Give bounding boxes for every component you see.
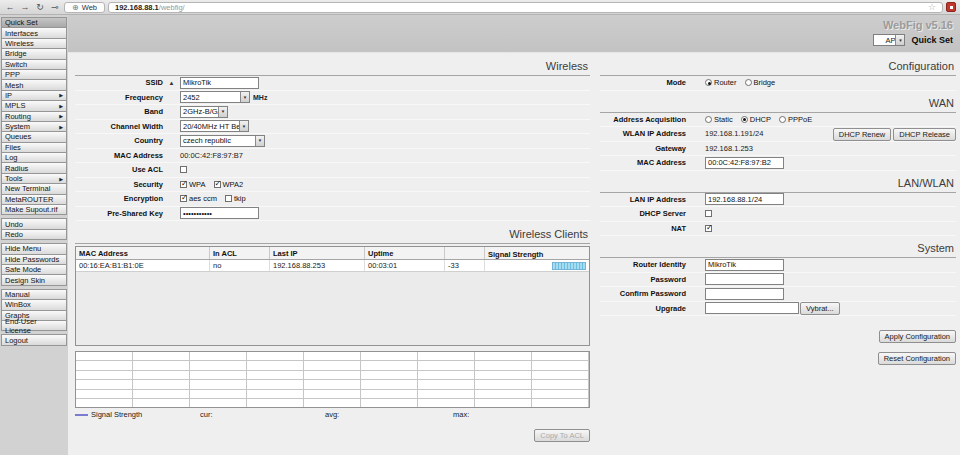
extension-icon[interactable] <box>946 2 956 12</box>
legend-cur-label: cur: <box>200 410 213 419</box>
main-area: WebFig v5.16 AP ▼ Quick Set Wireless SSI… <box>68 15 960 455</box>
dhcp-server-row: DHCP Server <box>600 207 956 222</box>
collapse-arrow-icon[interactable]: ▲ <box>169 80 175 86</box>
aes-ccm-checkbox[interactable] <box>180 195 187 202</box>
key-icon[interactable]: ⊸ <box>49 1 61 13</box>
field-label: Security <box>75 180 163 189</box>
wireless-panel: Wireless SSID ▲ Frequency 2452 ▼ MHz <box>75 59 590 442</box>
submenu-arrow-icon: ▶ <box>59 103 63 109</box>
table-header-row: MAC Address In ACL Last IP Uptime Signal… <box>76 247 589 260</box>
field-label: Pre-Shared Key <box>75 209 163 218</box>
wan-mac-input[interactable] <box>705 157 784 169</box>
wlan-ip-value: 192.168.1.191/24 <box>705 129 763 138</box>
acquisition-pppoe-radio[interactable] <box>779 116 786 123</box>
router-identity-row: Router Identity <box>600 258 956 273</box>
field-label: NAT <box>600 224 686 233</box>
section-title-configuration: Configuration <box>600 59 956 76</box>
ssid-row: SSID ▲ <box>75 76 590 91</box>
wpa-checkbox[interactable] <box>180 181 187 188</box>
dhcp-server-checkbox[interactable] <box>705 210 712 217</box>
mac-address-row: MAC Address 00:0C:42:F8:97:B7 <box>75 149 590 164</box>
wlan-ip-row: WLAN IP Address 192.168.1.191/24 DHCP Re… <box>600 127 956 142</box>
confirm-password-row: Confirm Password <box>600 287 956 302</box>
field-label: SSID <box>75 78 163 87</box>
sidebar-item-end-user-license[interactable]: End-User License <box>1 320 67 331</box>
acquisition-dhcp-radio[interactable] <box>741 116 748 123</box>
lan-ip-input[interactable] <box>705 193 784 205</box>
acquisition-static-radio[interactable] <box>705 116 712 123</box>
country-row: Country czech republic ▼ <box>75 134 590 149</box>
field-label: WLAN IP Address <box>600 129 686 138</box>
ap-mode-select[interactable]: AP ▼ <box>873 34 905 46</box>
upgrade-browse-button[interactable]: Vybrat... <box>800 302 840 315</box>
wpa2-checkbox[interactable] <box>214 181 221 188</box>
bookmark-star-icon[interactable]: ☆ <box>928 3 936 12</box>
sidebar: Quick Set Interfaces Wireless Bridge Swi… <box>0 15 68 455</box>
confirm-password-input[interactable] <box>705 288 784 300</box>
table-row[interactable]: 00:16:EA:B1:B1:0E no 192.168.88.253 00:0… <box>76 260 589 272</box>
section-title-wan: WAN <box>600 96 956 113</box>
mode-bridge-radio[interactable] <box>745 79 752 86</box>
upgrade-row: Upgrade Vybrat... <box>600 302 956 317</box>
legend-line-swatch <box>75 414 88 416</box>
field-label: Encryption <box>75 194 163 203</box>
sidebar-item-logout[interactable]: Logout <box>1 334 67 345</box>
chart-legend: Signal Strength cur: avg: max: <box>75 410 590 421</box>
ssid-input[interactable] <box>180 77 259 89</box>
field-label: Confirm Password <box>600 289 686 298</box>
upgrade-file-input[interactable] <box>705 302 799 314</box>
url-path: /webfig/ <box>159 3 185 12</box>
sidebar-item-redo[interactable]: Redo <box>1 229 67 240</box>
forward-icon[interactable]: → <box>19 1 31 13</box>
password-input[interactable] <box>705 273 784 285</box>
tkip-checkbox[interactable] <box>225 195 232 202</box>
chevron-down-icon: ▼ <box>218 107 227 117</box>
dhcp-renew-button[interactable]: DHCP Renew <box>833 128 892 141</box>
refresh-icon[interactable]: ↻ <box>34 1 46 13</box>
legend-label: Signal Strength <box>91 410 142 419</box>
lan-ip-row: LAN IP Address <box>600 193 956 208</box>
signal-strength-chart <box>75 351 590 408</box>
frequency-unit: MHz <box>253 94 267 101</box>
back-icon[interactable]: ← <box>4 1 16 13</box>
field-label: Use ACL <box>75 165 163 174</box>
channel-width-select[interactable]: 20/40MHz HT Below ▼ <box>180 120 249 132</box>
apply-configuration-button[interactable]: Apply Configuration <box>879 330 956 343</box>
browser-tab-label: Web <box>82 3 97 12</box>
sidebar-item-design-skin[interactable]: Design Skin <box>1 274 67 285</box>
router-identity-input[interactable] <box>705 259 784 271</box>
wan-mac-row: MAC Address <box>600 156 956 171</box>
nat-checkbox[interactable] <box>705 225 712 232</box>
dhcp-release-button[interactable]: DHCP Release <box>893 128 956 141</box>
webfig-header: WebFig v5.16 AP ▼ Quick Set <box>68 15 960 53</box>
browser-toolbar: ← → ↻ ⊸ ⊕ Web 192.168.88.1 /webfig/ ☆ <box>0 0 960 15</box>
submenu-arrow-icon: ▶ <box>59 92 63 98</box>
section-title-wireless-clients: Wireless Clients <box>75 227 590 244</box>
field-label: Address Acquisition <box>600 115 686 124</box>
band-select[interactable]: 2GHz-B/G/N ▼ <box>180 106 228 118</box>
field-label: DHCP Server <box>600 209 686 218</box>
url-bar[interactable]: 192.168.88.1 /webfig/ ☆ <box>108 2 943 13</box>
address-acquisition-row: Address Acquisition Static DHCP PPPoE <box>600 113 956 128</box>
sidebar-item-make-supout[interactable]: Make Supout.rif <box>1 204 67 215</box>
copy-to-acl-button[interactable]: Copy To ACL <box>534 429 590 442</box>
mode-router-radio[interactable] <box>705 79 712 86</box>
reset-configuration-button[interactable]: Reset Configuration <box>878 352 956 365</box>
use-acl-checkbox[interactable] <box>180 166 187 173</box>
frequency-select[interactable]: 2452 ▼ <box>180 91 250 103</box>
browser-tab[interactable]: ⊕ Web <box>64 2 105 13</box>
field-label: Router Identity <box>600 260 686 269</box>
chevron-down-icon: ▼ <box>255 136 264 146</box>
country-select[interactable]: czech republic ▼ <box>180 135 265 147</box>
channel-width-row: Channel Width 20/40MHz HT Below ▼ <box>75 120 590 135</box>
chevron-down-icon: ▼ <box>240 92 249 102</box>
submenu-arrow-icon: ▶ <box>59 176 63 182</box>
page: Quick Set Interfaces Wireless Bridge Swi… <box>0 15 960 455</box>
mac-address-value: 00:0C:42:F8:97:B7 <box>180 151 243 160</box>
page-title: Quick Set <box>911 35 953 45</box>
pre-shared-key-input[interactable] <box>180 207 259 219</box>
signal-strength-bar <box>552 262 586 270</box>
submenu-arrow-icon: ▶ <box>59 124 63 130</box>
app-title: WebFig v5.16 <box>68 19 953 31</box>
field-label: Country <box>75 136 163 145</box>
